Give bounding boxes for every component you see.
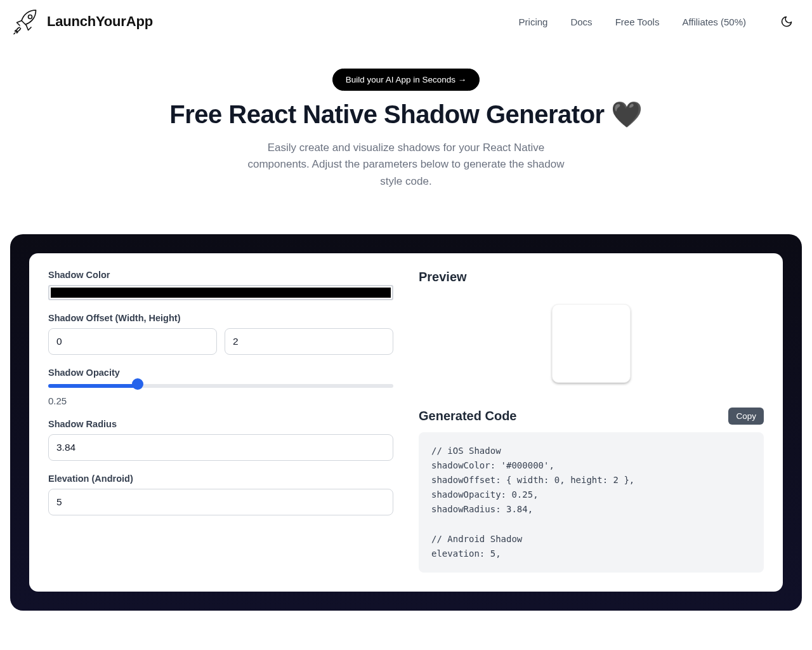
header: LaunchYourApp Pricing Docs Free Tools Af… — [0, 0, 812, 43]
field-elevation: Elevation (Android) — [48, 474, 393, 515]
brand-text: LaunchYourApp — [47, 13, 153, 30]
label-shadow-offset: Shadow Offset (Width, Height) — [48, 313, 393, 323]
field-shadow-color: Shadow Color — [48, 270, 393, 300]
label-shadow-radius: Shadow Radius — [48, 419, 393, 429]
controls-column: Shadow Color Shadow Offset (Width, Heigh… — [48, 270, 393, 573]
preview-area — [419, 296, 764, 391]
radius-input[interactable] — [48, 434, 393, 461]
theme-toggle[interactable] — [776, 11, 797, 32]
field-shadow-opacity: Shadow Opacity 0.25 — [48, 368, 393, 406]
nav-free-tools[interactable]: Free Tools — [615, 17, 660, 27]
rocket-icon — [10, 6, 41, 37]
label-elevation: Elevation (Android) — [48, 474, 393, 484]
page-subtitle: Easily create and visualize shadows for … — [241, 140, 571, 190]
opacity-value: 0.25 — [48, 395, 393, 406]
label-shadow-color: Shadow Color — [48, 270, 393, 280]
nav-pricing[interactable]: Pricing — [519, 17, 548, 27]
hero: Build your AI App in Seconds → Free Reac… — [0, 43, 812, 209]
output-column: Preview Generated Code Copy // iOS Shado… — [419, 270, 764, 573]
preview-title: Preview — [419, 270, 764, 284]
preview-box — [552, 304, 631, 383]
generated-code-title: Generated Code — [419, 409, 516, 423]
elevation-input[interactable] — [48, 489, 393, 515]
offset-width-input[interactable] — [48, 328, 217, 355]
offset-height-input[interactable] — [225, 328, 393, 355]
nav-affiliates[interactable]: Affiliates (50%) — [682, 17, 746, 27]
generated-code[interactable]: // iOS Shadow shadowColor: '#000000', sh… — [419, 432, 764, 573]
opacity-slider[interactable] — [48, 384, 393, 388]
shadow-color-input[interactable] — [48, 285, 393, 300]
shadow-color-swatch — [51, 288, 391, 298]
page-title: Free React Native Shadow Generator 🖤 — [13, 100, 799, 129]
nav: Pricing Docs Free Tools Affiliates (50%) — [519, 11, 797, 32]
tool-card: Shadow Color Shadow Offset (Width, Heigh… — [29, 253, 783, 592]
nav-docs[interactable]: Docs — [570, 17, 592, 27]
cta-button[interactable]: Build your AI App in Seconds → — [332, 69, 480, 91]
field-shadow-radius: Shadow Radius — [48, 419, 393, 461]
tool-card-outer: Shadow Color Shadow Offset (Width, Heigh… — [10, 234, 802, 611]
moon-icon — [780, 15, 793, 28]
logo[interactable]: LaunchYourApp — [10, 6, 153, 37]
code-header: Generated Code Copy — [419, 408, 764, 425]
svg-point-0 — [29, 15, 32, 19]
copy-button[interactable]: Copy — [728, 408, 764, 425]
label-shadow-opacity: Shadow Opacity — [48, 368, 393, 378]
field-shadow-offset: Shadow Offset (Width, Height) — [48, 313, 393, 355]
